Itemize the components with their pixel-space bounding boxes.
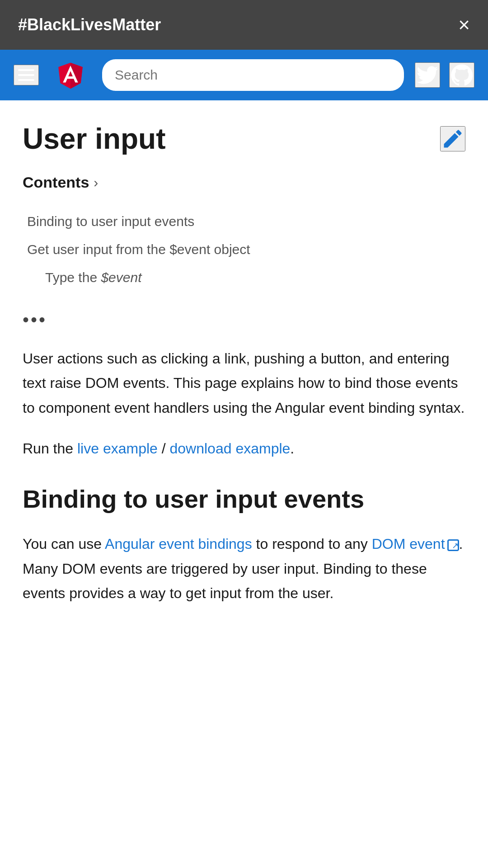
page-title: User input <box>23 122 165 156</box>
toc-item-3[interactable]: Type the $event <box>27 264 465 292</box>
section1-heading: Binding to user input events <box>23 483 465 516</box>
twitter-icon <box>417 64 438 86</box>
intro-body: User actions such as clicking a link, pu… <box>23 346 465 420</box>
toc-item-3-italic: $event <box>101 270 141 285</box>
toc-item-1[interactable]: Binding to user input events <box>27 208 465 236</box>
nav-icons <box>415 62 474 88</box>
search-input-wrapper <box>102 59 404 91</box>
hamburger-menu-button[interactable] <box>14 65 39 85</box>
example-separator: / <box>158 440 170 457</box>
download-example-link[interactable]: download example <box>170 440 291 457</box>
search-input[interactable] <box>102 59 404 91</box>
edit-button[interactable] <box>440 126 465 151</box>
blm-banner-text: #BlackLivesMatter <box>18 15 161 34</box>
contents-label: Contents <box>23 174 89 191</box>
edit-icon <box>441 127 465 151</box>
hamburger-line <box>18 74 34 76</box>
toc-item-2[interactable]: Get user input from the $event object <box>27 236 465 264</box>
blm-banner: #BlackLivesMatter × <box>0 0 488 50</box>
section1-body: You can use Angular event bindings to re… <box>23 532 465 605</box>
main-content: User input Contents › Binding to user in… <box>0 100 488 627</box>
angular-event-bindings-link[interactable]: Angular event bindings <box>105 536 252 552</box>
toc-list: Binding to user input events Get user in… <box>23 208 465 292</box>
github-button[interactable] <box>449 62 474 88</box>
dom-event-link[interactable]: DOM event <box>372 536 445 552</box>
section1-body-prefix: You can use <box>23 536 105 552</box>
top-nav <box>0 50 488 100</box>
run-example-line: Run the live example / download example. <box>23 436 465 461</box>
hamburger-line <box>18 79 34 81</box>
page-title-row: User input <box>23 122 465 156</box>
ellipsis: ••• <box>23 310 465 330</box>
run-example-prefix: Run the <box>23 440 77 457</box>
run-example-suffix: . <box>290 440 294 457</box>
chevron-right-icon: › <box>94 175 98 190</box>
section1-body-middle: to respond to any <box>252 536 372 552</box>
live-example-link[interactable]: live example <box>77 440 158 457</box>
blm-close-button[interactable]: × <box>458 15 470 35</box>
contents-section[interactable]: Contents › <box>23 174 465 191</box>
twitter-button[interactable] <box>415 62 440 88</box>
svg-marker-1 <box>70 63 83 89</box>
angular-logo[interactable] <box>54 59 87 91</box>
external-link-icon <box>447 539 459 551</box>
hamburger-line <box>18 69 34 71</box>
github-icon <box>451 64 473 86</box>
